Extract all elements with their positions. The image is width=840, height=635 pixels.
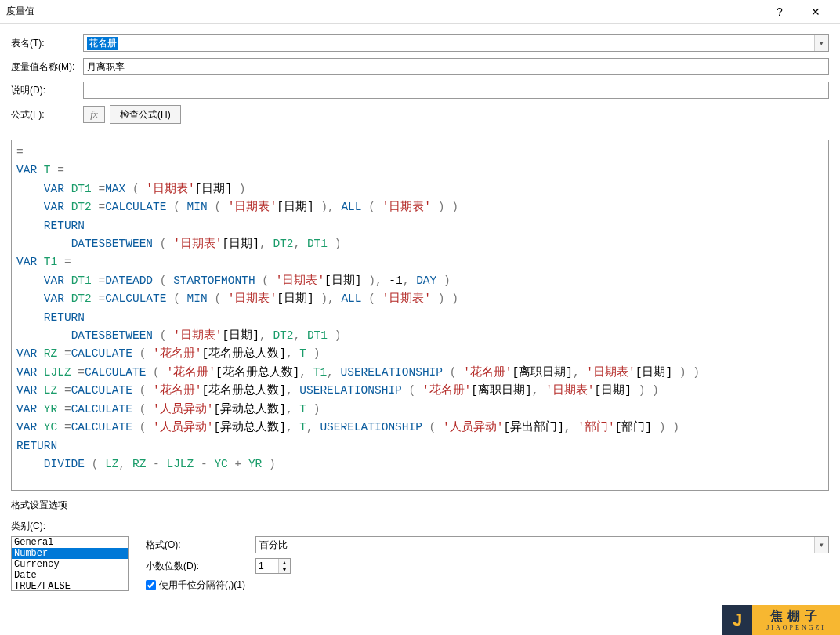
fx-button[interactable]: fx	[83, 106, 105, 123]
chevron-down-icon[interactable]: ▾	[814, 537, 828, 553]
window-title: 度量值	[6, 5, 762, 18]
table-value-selected: 花名册	[87, 37, 118, 50]
category-item[interactable]: TRUE/FALSE	[12, 581, 128, 591]
category-item[interactable]: Number	[12, 548, 128, 559]
watermark-py: JIAOPENGZI	[766, 624, 826, 632]
chevron-down-icon[interactable]: ▾	[814, 35, 828, 51]
category-item[interactable]: General	[12, 537, 128, 548]
table-input[interactable]: 花名册	[83, 34, 829, 52]
help-button[interactable]: ?	[762, 0, 798, 24]
close-button[interactable]: ✕	[798, 0, 834, 24]
category-listbox[interactable]: GeneralNumberCurrencyDateTRUE/FALSE	[11, 536, 129, 591]
category-label: 类别(C):	[11, 520, 829, 533]
category-item[interactable]: Currency	[12, 559, 128, 570]
table-combo[interactable]: 花名册 ▾	[83, 34, 829, 52]
category-item[interactable]: Date	[12, 570, 128, 581]
thousands-label[interactable]: 使用千位分隔符(,)(1)	[159, 579, 245, 592]
decimals-input[interactable]	[256, 559, 278, 573]
thousands-checkbox[interactable]	[146, 580, 156, 590]
measure-label: 度量值名称(M):	[11, 60, 83, 74]
formula-editor[interactable]: = VAR T = VAR DT1 =MAX ( '日期表'[日期] ) VAR…	[11, 140, 829, 491]
table-label: 表名(T):	[11, 37, 83, 50]
watermark-logo: J	[722, 605, 752, 635]
spinner-up-icon[interactable]: ▲	[279, 559, 290, 566]
measure-input[interactable]	[83, 58, 829, 75]
format-section: 格式设置选项 类别(C): GeneralNumberCurrencyDateT…	[11, 499, 829, 592]
format-combo[interactable]: ▾	[255, 536, 829, 553]
watermark-text: 焦棚子 JIAOPENGZI	[752, 605, 840, 635]
format-section-title: 格式设置选项	[11, 499, 829, 512]
check-formula-button[interactable]: 检查公式(H)	[110, 105, 181, 124]
watermark-cn: 焦棚子	[770, 610, 822, 622]
spinner-down-icon[interactable]: ▼	[279, 566, 290, 573]
decimals-spinner[interactable]: ▲ ▼	[255, 558, 291, 574]
watermark: J 焦棚子 JIAOPENGZI	[722, 605, 840, 635]
desc-label: 说明(D):	[11, 84, 83, 97]
formula-label: 公式(F):	[11, 108, 83, 122]
desc-input[interactable]	[83, 82, 829, 99]
format-input[interactable]	[255, 536, 829, 553]
titlebar: 度量值 ? ✕	[0, 0, 840, 24]
form-area: 表名(T): 花名册 ▾ 度量值名称(M): 说明(D): 公式(F): fx …	[0, 24, 840, 135]
format-label: 格式(O):	[146, 539, 255, 552]
decimals-label: 小数位数(D):	[146, 560, 255, 573]
